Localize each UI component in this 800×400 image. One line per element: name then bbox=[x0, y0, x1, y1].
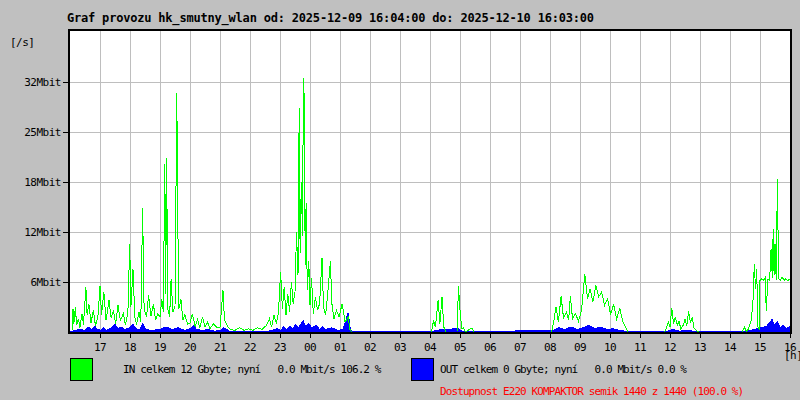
mrtg-traffic-graph-window: Graf provozu hk_smutny_wlan od: 2025-12-… bbox=[0, 0, 800, 400]
x-tick-label: 04 bbox=[424, 341, 437, 354]
y-tick-label: 32Mbit bbox=[24, 76, 61, 89]
x-tick-label: 14 bbox=[724, 341, 737, 354]
x-tick-label: 05 bbox=[454, 341, 466, 354]
x-tick-label: 23 bbox=[274, 341, 286, 354]
x-tick-label: 12 bbox=[664, 341, 676, 354]
x-tick-label: 17 bbox=[94, 341, 106, 354]
x-tick-label: 03 bbox=[394, 341, 406, 354]
x-tick-label: 02 bbox=[364, 341, 376, 354]
plot-area: 6Mbit12Mbit18Mbit25Mbit32Mbit17181920212… bbox=[0, 0, 800, 400]
legend-out-swatch bbox=[411, 358, 434, 381]
x-tick-label: 00 bbox=[304, 341, 316, 354]
legend-in-swatch bbox=[70, 358, 93, 381]
y-tick-label: 18Mbit bbox=[24, 176, 61, 189]
x-axis-unit-label: [h] bbox=[784, 349, 800, 362]
legend-out-label: OUT celkem 0 Gbyte; nyní 0.0 Mbit/s 0.0 … bbox=[440, 363, 686, 376]
y-tick-label: 12Mbit bbox=[24, 226, 61, 239]
legend-in-label: IN celkem 12 Gbyte; nyní 0.0 Mbit/s 106.… bbox=[123, 363, 381, 376]
x-tick-label: 18 bbox=[124, 341, 136, 354]
x-tick-label: 06 bbox=[484, 341, 496, 354]
x-tick-label: 10 bbox=[604, 341, 616, 354]
x-tick-label: 21 bbox=[214, 341, 226, 354]
x-tick-label: 19 bbox=[154, 341, 166, 354]
y-tick-label: 25Mbit bbox=[24, 126, 61, 139]
x-tick-label: 20 bbox=[184, 341, 196, 354]
x-tick-label: 11 bbox=[634, 341, 646, 354]
x-tick-label: 08 bbox=[544, 341, 556, 354]
x-tick-label: 13 bbox=[694, 341, 706, 354]
y-tick-label: 6Mbit bbox=[30, 276, 61, 289]
x-tick-label: 01 bbox=[334, 341, 346, 354]
availability-label: Dostupnost E220 KOMPAKTOR semik 1440 z 1… bbox=[440, 385, 743, 398]
x-tick-label: 09 bbox=[574, 341, 586, 354]
x-tick-label: 15 bbox=[754, 341, 766, 354]
x-tick-label: 07 bbox=[514, 341, 526, 354]
x-tick-label: 22 bbox=[244, 341, 256, 354]
